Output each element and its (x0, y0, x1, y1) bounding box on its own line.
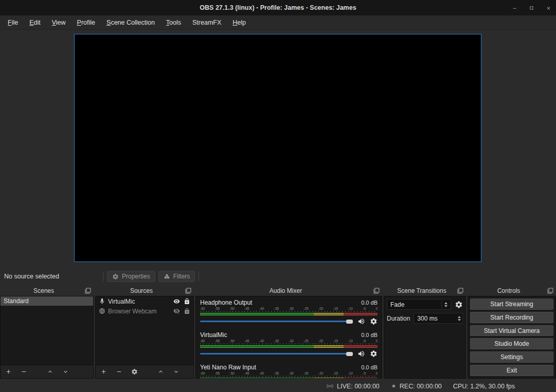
live-time: LIVE: 00:00:00 (337, 383, 380, 390)
start-streaming-button[interactable]: Start Streaming (470, 298, 553, 310)
eye-icon[interactable] (173, 298, 180, 305)
close-button[interactable] (545, 4, 552, 11)
add-source-icon[interactable] (100, 368, 107, 375)
volume-slider-handle[interactable] (346, 320, 353, 324)
scenes-dock: Scenes Standard (0, 286, 94, 379)
add-scene-icon[interactable] (5, 368, 12, 375)
menu-file[interactable]: File (2, 16, 24, 29)
transition-select[interactable]: Fade (387, 299, 451, 310)
volume-slider-handle[interactable] (346, 352, 353, 356)
broadcast-icon (326, 382, 334, 390)
sources-dock-title: Sources (98, 287, 185, 294)
maximize-button[interactable] (528, 4, 535, 11)
properties-button[interactable]: Properties (107, 271, 155, 282)
settings-button[interactable]: Settings (470, 351, 553, 363)
start-virtual-camera-button[interactable]: Start Virtual Camera (470, 325, 553, 337)
scene-item-standard[interactable]: Standard (1, 296, 93, 306)
transition-select-row: Fade (387, 299, 463, 310)
remove-scene-icon[interactable] (21, 368, 27, 375)
menu-tools[interactable]: Tools (160, 16, 187, 29)
speaker-icon[interactable] (357, 350, 365, 358)
controls-list: Start StreamingStart RecordingStart Virt… (468, 296, 556, 379)
popout-icon[interactable] (85, 288, 91, 294)
menu-bar: FileEditViewProfileScene CollectionTools… (0, 15, 556, 30)
spin-up-icon[interactable] (458, 316, 461, 318)
duration-value: 300 ms (417, 315, 437, 322)
source-properties-gear-icon[interactable] (131, 368, 138, 375)
audio-mixer-title: Audio Mixer (198, 287, 373, 294)
source-label: Browser Webcam (108, 308, 171, 315)
source-toolbar: No source selected Properties Filters (0, 269, 556, 284)
duration-spinner (458, 316, 461, 321)
transitions-dock-body: Fade Duration 300 ms (384, 296, 466, 379)
duration-label: Duration (387, 315, 410, 322)
toolbar-separator (199, 272, 199, 281)
sources-toolbar (96, 365, 193, 378)
mixer-channel-virtualmic: VirtualMic0.0 dB-60-55-50-45-40-35-30-25… (196, 329, 382, 361)
meter-ticks (200, 343, 378, 345)
channel-name: VirtualMic (200, 331, 227, 339)
record-dot-icon (391, 383, 397, 389)
speaker-icon[interactable] (357, 318, 365, 325)
volume-slider[interactable] (200, 353, 353, 354)
source-item-browser-webcam[interactable]: Browser Webcam (96, 306, 193, 316)
preview-canvas[interactable] (74, 34, 481, 262)
duration-spinbox[interactable]: 300 ms (414, 313, 463, 324)
scenes-dock-title: Scenes (3, 287, 85, 294)
filters-icon (164, 273, 170, 280)
channel-gear-icon[interactable] (370, 350, 378, 358)
lock-icon[interactable] (184, 308, 190, 314)
popout-icon[interactable] (373, 288, 380, 294)
volume-slider[interactable] (200, 321, 353, 322)
channel-name: Yeti Nano Raw Input (200, 364, 256, 371)
spin-up-icon (444, 302, 447, 304)
status-bar: LIVE: 00:00:00 REC: 00:00:00 CPU: 1.2%, … (0, 380, 556, 392)
transition-duration-row: Duration 300 ms (387, 313, 463, 324)
controls-dock-title: Controls (470, 287, 547, 294)
move-source-down-icon[interactable] (173, 368, 180, 375)
eye-slash-icon[interactable] (173, 308, 180, 314)
meter-ticks (200, 376, 378, 377)
sources-list: VirtualMicBrowser Webcam (96, 296, 193, 365)
scenes-dock-header: Scenes (0, 286, 94, 296)
channel-gear-icon[interactable] (370, 318, 378, 325)
channel-name: Headphone Output (200, 299, 252, 306)
menu-profile[interactable]: Profile (71, 16, 101, 29)
start-recording-button[interactable]: Start Recording (470, 312, 553, 323)
window-title: OBS 27.1.3 (linux) - Profile: James - Sc… (200, 4, 356, 11)
menu-scene-collection[interactable]: Scene Collection (101, 16, 160, 29)
popout-icon[interactable] (547, 288, 553, 294)
studio-mode-button[interactable]: Studio Mode (470, 338, 553, 349)
controls-dock: Controls Start StreamingStart RecordingS… (468, 286, 556, 379)
channel-volume-db: 0.0 dB (361, 300, 378, 306)
exit-button[interactable]: Exit (470, 365, 553, 376)
popout-icon[interactable] (185, 288, 191, 294)
move-scene-up-icon[interactable] (47, 368, 53, 375)
move-source-up-icon[interactable] (157, 368, 164, 375)
filters-button[interactable]: Filters (158, 271, 195, 282)
filters-label: Filters (173, 273, 190, 280)
menu-view[interactable]: View (46, 16, 71, 29)
move-scene-down-icon[interactable] (62, 368, 69, 375)
lock-icon[interactable] (184, 298, 190, 305)
popout-icon[interactable] (457, 288, 463, 294)
transition-properties-gear-icon[interactable] (455, 301, 463, 309)
meter-ticks (200, 311, 378, 312)
menu-streamfx[interactable]: StreamFX (187, 16, 227, 29)
toolbar-separator (103, 272, 103, 281)
scenes-toolbar (1, 365, 93, 378)
audio-mixer-header: Audio Mixer (195, 286, 382, 296)
menu-edit[interactable]: Edit (24, 16, 46, 29)
spin-down-icon (444, 305, 447, 307)
minimize-button[interactable] (511, 4, 518, 11)
spin-down-icon[interactable] (458, 319, 461, 321)
meter-scale: -60-55-50-45-40-35-30-25-20-15-10-50 (200, 371, 378, 375)
live-status: LIVE: 00:00:00 (326, 382, 380, 390)
volume-meter (200, 378, 378, 379)
meter-scale: -60-55-50-45-40-35-30-25-20-15-10-50 (200, 307, 378, 310)
channel-volume-db: 0.0 dB (361, 364, 378, 370)
menu-help[interactable]: Help (227, 16, 252, 29)
source-item-virtualmic[interactable]: VirtualMic (96, 296, 193, 306)
remove-source-icon[interactable] (116, 368, 122, 375)
volume-meter (200, 345, 378, 348)
